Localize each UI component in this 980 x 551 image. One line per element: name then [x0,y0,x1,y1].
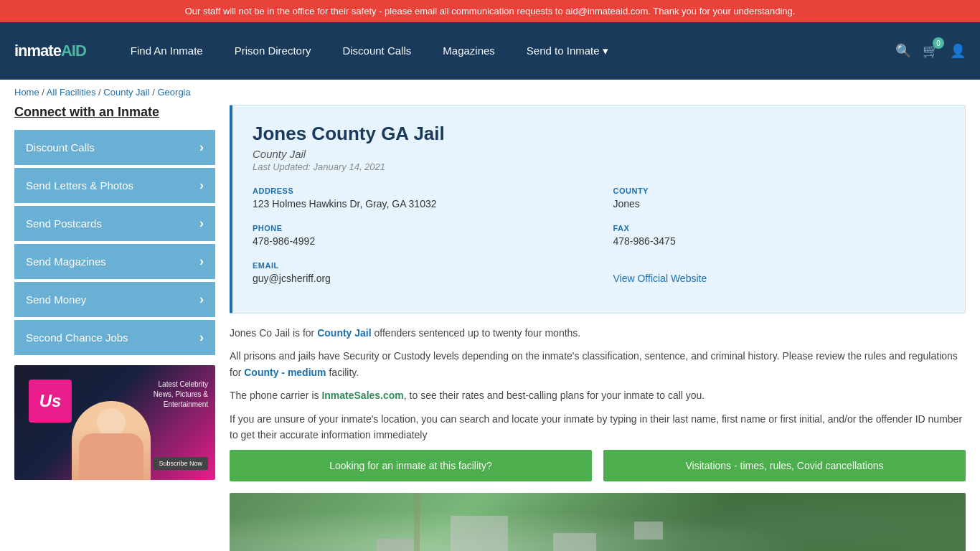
email-value: guy@jcsheriff.org [253,273,585,284]
county-jail-link[interactable]: County Jail [317,327,371,339]
logo-text: inmateAID [14,42,86,60]
county-block: COUNTY Jones [613,187,946,209]
description-2: All prisons and jails have Security or C… [230,348,966,380]
main-content: Jones County GA Jail County Jail Last Up… [230,105,966,551]
sidebar-send-postcards[interactable]: Send Postcards › [14,206,215,241]
nav-discount-calls[interactable]: Discount Calls [326,22,427,80]
chevron-right-icon: › [199,330,204,345]
ad-person-image [72,401,151,480]
facility-updated: Last Updated: January 14, 2021 [253,161,945,172]
fax-block: FAX 478-986-3475 [613,224,946,247]
facility-info-grid: ADDRESS 123 Holmes Hawkins Dr, Gray, GA … [253,187,945,284]
address-label: ADDRESS [253,187,585,195]
phone-value: 478-986-4992 [253,235,585,247]
sidebar-send-magazines-label: Send Magazines [26,255,106,268]
website-link[interactable]: View Official Website [613,273,707,284]
address-value: 123 Holmes Hawkins Dr, Gray, GA 31032 [253,198,585,209]
visitation-btn[interactable]: Visitations - times, rules, Covid cancel… [603,450,966,481]
alert-banner: Our staff will not be in the office for … [0,0,980,22]
building-4 [377,539,413,551]
chevron-right-icon: › [199,216,204,231]
email-block: EMAIL guy@jcsheriff.org [253,261,585,284]
breadcrumb-all-facilities[interactable]: All Facilities [47,87,96,98]
description-4: If you are unsure of your inmate's locat… [230,411,966,443]
ad-text: Latest CelebrityNews, Pictures &Entertai… [154,380,208,410]
chevron-right-icon: › [199,292,204,307]
sidebar-discount-calls[interactable]: Discount Calls › [14,130,215,165]
chevron-right-icon: › [199,140,204,155]
facility-name: Jones County GA Jail [253,123,945,145]
chevron-right-icon: › [199,178,204,193]
alert-text: Our staff will not be in the office for … [185,6,796,17]
sidebar-send-letters[interactable]: Send Letters & Photos › [14,168,215,203]
header-icons: 🔍 🛒 0 👤 [895,43,966,59]
sidebar: Connect with an Inmate Discount Calls › … [14,105,215,551]
search-icon[interactable]: 🔍 [895,43,911,59]
sidebar-send-postcards-label: Send Postcards [26,217,102,230]
action-buttons: Looking for an inmate at this facility? … [230,450,966,481]
description-3: The phone carrier is InmateSales.com, to… [230,387,966,403]
description-1: Jones Co Jail is for County Jail offende… [230,325,966,341]
sidebar-second-chance-label: Second Chance Jobs [26,331,128,344]
ad-logo: Us [29,380,72,423]
cart-icon[interactable]: 🛒 0 [923,43,938,59]
breadcrumb-county-jail[interactable]: County Jail [103,87,149,98]
nav-find-inmate[interactable]: Find An Inmate [115,22,219,80]
nav-magazines[interactable]: Magazines [427,22,511,80]
ad-subscribe-button[interactable]: Subscribe Now [153,457,208,470]
facility-card: Jones County GA Jail County Jail Last Up… [230,105,966,314]
breadcrumb-georgia[interactable]: Georgia [157,87,190,98]
sidebar-discount-calls-label: Discount Calls [26,141,95,154]
sidebar-send-money[interactable]: Send Money › [14,282,215,317]
nav-prison-directory[interactable]: Prison Directory [219,22,327,80]
website-spacer [613,261,946,270]
nav-send-to-inmate[interactable]: Send to Inmate ▾ [511,22,624,80]
email-label: EMAIL [253,261,585,270]
address-block: ADDRESS 123 Holmes Hawkins Dr, Gray, GA … [253,187,585,209]
sidebar-send-letters-label: Send Letters & Photos [26,179,133,192]
sidebar-title: Connect with an Inmate [14,105,215,120]
building-1 [451,516,508,551]
building-3 [634,522,663,540]
aerial-overlay [230,493,966,551]
county-label: COUNTY [613,187,946,195]
breadcrumb-home[interactable]: Home [14,87,39,98]
sidebar-advertisement: Us Latest CelebrityNews, Pictures &Enter… [14,365,215,480]
user-icon[interactable]: 👤 [950,43,966,59]
breadcrumb: Home / All Facilities / County Jail / Ge… [0,80,980,105]
phone-label: PHONE [253,224,585,232]
page-content: Connect with an Inmate Discount Calls › … [0,105,980,551]
facility-aerial-image [230,493,966,551]
fax-value: 478-986-3475 [613,235,946,247]
find-inmate-btn[interactable]: Looking for an inmate at this facility? [230,450,592,481]
inmate-sales-link[interactable]: InmateSales.com [321,390,403,401]
sidebar-send-money-label: Send Money [26,293,86,306]
road-v [414,493,420,551]
cart-badge: 0 [933,37,944,49]
building-2 [553,533,596,551]
logo[interactable]: inmateAID [14,42,86,60]
phone-block: PHONE 478-986-4992 [253,224,585,247]
facility-type: County Jail [253,148,945,160]
fax-label: FAX [613,224,946,232]
website-block: View Official Website [613,261,946,284]
county-medium-link[interactable]: County - medium [244,367,326,378]
main-nav: Find An Inmate Prison Directory Discount… [115,22,895,80]
header: inmateAID Find An Inmate Prison Director… [0,22,980,80]
facility-description: Jones Co Jail is for County Jail offende… [230,325,966,443]
sidebar-send-magazines[interactable]: Send Magazines › [14,244,215,279]
sidebar-second-chance[interactable]: Second Chance Jobs › [14,320,215,355]
chevron-right-icon: › [199,254,204,269]
county-value: Jones [613,198,946,209]
